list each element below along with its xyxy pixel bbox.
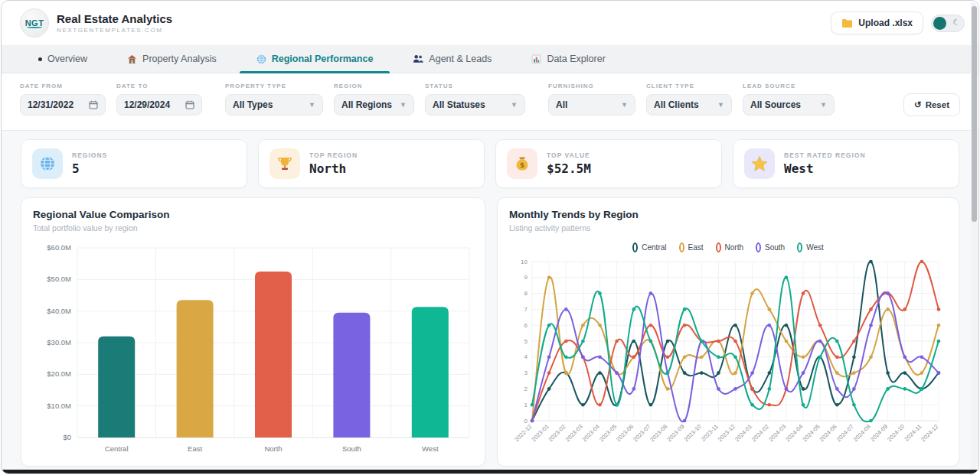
furnishing-select[interactable]: All ▼ <box>548 94 635 115</box>
tab-label: Overview <box>47 54 87 64</box>
filter-client-type: CLIENT TYPE All Clients ▼ <box>646 83 732 115</box>
svg-text:1: 1 <box>524 402 528 408</box>
svg-text:6: 6 <box>524 322 528 329</box>
svg-text:2024-11: 2024-11 <box>903 423 923 443</box>
lead-source-select[interactable]: All Sources ▼ <box>743 94 835 115</box>
bar-chart-canvas: $0$10.0M$20.0M$30.0M$40.0M$50.0M$60.0MCe… <box>33 240 475 460</box>
filter-furnishing: FURNISHING All ▼ <box>548 83 635 115</box>
app-window: NGT Real Estate Analytics NEXTGENTEMPLAT… <box>1 0 979 474</box>
app-logo: NGT <box>20 8 49 37</box>
dot-icon <box>38 57 42 61</box>
svg-text:2024-01: 2024-01 <box>733 423 753 443</box>
bar-central <box>98 337 135 438</box>
people-icon <box>413 54 423 63</box>
filter-label: CLIENT TYPE <box>646 83 732 89</box>
tab-overview[interactable]: Overview <box>21 45 104 73</box>
bar-north <box>255 272 292 438</box>
status-select[interactable]: All Statuses ▼ <box>425 94 525 115</box>
date-to-input[interactable]: 12/29/2024 <box>116 94 202 115</box>
svg-text:10: 10 <box>521 259 528 265</box>
svg-text:8: 8 <box>524 290 528 297</box>
tab-agent-leads[interactable]: Agent & Leads <box>396 45 508 73</box>
line-chart-canvas: 0123456789102022-122023-012023-022023-03… <box>509 255 949 456</box>
scrollbar-track[interactable] <box>971 2 978 470</box>
svg-text:2024-04: 2024-04 <box>784 423 804 443</box>
legend-ring-icon <box>632 242 638 252</box>
kpi-row: REGIONS 5 TOP REGION North $ TOP VALUE $… <box>2 131 978 188</box>
svg-text:2023-11: 2023-11 <box>700 423 720 443</box>
legend-item-central[interactable]: Central <box>632 242 666 252</box>
folder-icon <box>841 18 853 28</box>
filter-date-to: DATE TO 12/29/2024 <box>116 83 202 115</box>
legend-item-east[interactable]: East <box>679 242 704 252</box>
region-select[interactable]: All Regions ▼ <box>334 94 414 115</box>
date-from-input[interactable]: 12/31/2022 <box>20 94 106 115</box>
filter-region: REGION All Regions ▼ <box>334 83 414 115</box>
status-value: All Statuses <box>433 99 485 110</box>
filter-label: LEAD SOURCE <box>743 83 835 89</box>
star-icon <box>744 148 775 179</box>
legend-ring-icon <box>756 242 761 252</box>
region-value: All Regions <box>341 99 392 110</box>
svg-text:West: West <box>422 444 439 453</box>
svg-text:2023-02: 2023-02 <box>547 423 567 443</box>
lead-source-value: All Sources <box>750 99 801 110</box>
filter-bar: DATE FROM 12/31/2022 DATE TO 12/29/2024 … <box>2 73 978 131</box>
monthly-trends-card: Monthly Trends by Region Listing activit… <box>497 197 959 467</box>
svg-text:2023-12: 2023-12 <box>717 423 737 443</box>
chevron-down-icon: ▼ <box>820 101 827 109</box>
svg-text:$: $ <box>520 161 524 169</box>
tab-data-explorer[interactable]: Data Explorer <box>514 45 622 73</box>
svg-text:$50.0M: $50.0M <box>47 275 71 283</box>
upload-xlsx-button[interactable]: Upload .xlsx <box>831 11 923 34</box>
svg-text:$0: $0 <box>63 433 71 441</box>
kpi-label: TOP REGION <box>309 151 358 159</box>
kpi-label: REGIONS <box>72 151 107 159</box>
chevron-down-icon: ▼ <box>400 101 407 109</box>
property-type-select[interactable]: All Types ▼ <box>225 94 323 115</box>
chevron-down-icon: ▼ <box>621 101 628 109</box>
tab-label: Property Analysis <box>142 54 217 64</box>
svg-text:2023-04: 2023-04 <box>581 423 601 443</box>
filter-label: REGION <box>334 83 414 89</box>
reset-label: Reset <box>926 100 949 109</box>
kpi-label: TOP VALUE <box>547 151 591 159</box>
kpi-value: $52.5M <box>547 161 591 176</box>
legend-label: Central <box>642 243 666 252</box>
house-icon <box>127 54 137 64</box>
kpi-top-value: $ TOP VALUE $52.5M <box>495 139 722 188</box>
app-title: Real Estate Analytics <box>57 12 172 25</box>
tab-label: Agent & Leads <box>429 54 492 64</box>
svg-text:2024-06: 2024-06 <box>818 423 838 443</box>
calendar-icon <box>89 100 98 109</box>
reset-filters-button[interactable]: ↺ Reset <box>903 93 960 116</box>
filter-label: DATE FROM <box>20 83 106 89</box>
kpi-label: BEST RATED REGION <box>784 151 866 159</box>
tab-property-analysis[interactable]: Property Analysis <box>110 45 234 73</box>
svg-text:$30.0M: $30.0M <box>47 338 71 346</box>
legend-item-north[interactable]: North <box>716 242 743 252</box>
legend-label: South <box>765 243 785 252</box>
filter-label: STATUS <box>425 83 525 89</box>
svg-text:2024-09: 2024-09 <box>869 423 889 443</box>
client-type-select[interactable]: All Clients ▼ <box>646 94 732 115</box>
client-type-value: All Clients <box>654 99 699 110</box>
legend-item-west[interactable]: West <box>797 242 824 252</box>
legend-item-south[interactable]: South <box>756 242 785 252</box>
chart-subtitle: Total portfolio value by region <box>33 223 473 233</box>
trophy-icon <box>270 148 300 179</box>
svg-text:2024-05: 2024-05 <box>801 423 821 443</box>
tab-regional-performance[interactable]: Regional Performance <box>240 45 390 73</box>
filter-label: DATE TO <box>116 83 202 89</box>
bar-south <box>333 313 370 438</box>
svg-text:$40.0M: $40.0M <box>47 307 71 315</box>
scrollbar-thumb[interactable] <box>972 6 977 222</box>
dark-mode-toggle[interactable]: ☾ <box>931 15 965 32</box>
kpi-value: 5 <box>72 161 107 176</box>
brand-block: Real Estate Analytics NEXTGENTEMPLATES.C… <box>57 12 172 34</box>
chevron-down-icon: ▼ <box>511 101 518 109</box>
svg-text:2024-07: 2024-07 <box>835 423 855 443</box>
money-bag-icon: $ <box>507 148 537 179</box>
svg-text:2024-10: 2024-10 <box>886 423 906 443</box>
svg-text:2023-01: 2023-01 <box>530 423 550 443</box>
